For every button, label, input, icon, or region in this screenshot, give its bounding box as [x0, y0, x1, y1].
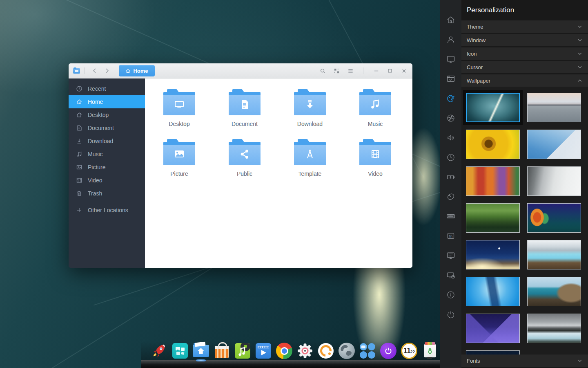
- music-icon: [76, 151, 82, 157]
- close-icon[interactable]: [399, 66, 409, 76]
- wallpaper-thumb-sunflower[interactable]: [466, 130, 520, 159]
- folder-public[interactable]: Public: [220, 139, 269, 189]
- sound-icon[interactable]: [441, 128, 461, 148]
- power-icon[interactable]: [441, 167, 461, 187]
- home-icon[interactable]: [441, 10, 461, 30]
- dock-item-clock[interactable]: 1122: [401, 342, 418, 359]
- sidebar-item-download[interactable]: Download: [69, 135, 145, 148]
- wallpaper-thumb-marlin-underwater[interactable]: [466, 277, 520, 306]
- accounts-icon[interactable]: [441, 30, 461, 49]
- wallpaper-thumb-building-sky[interactable]: [527, 130, 581, 159]
- dock-item-shutdown[interactable]: [380, 342, 397, 359]
- wallpaper-thumb-forest-pond[interactable]: [466, 203, 520, 233]
- minimize-icon[interactable]: [371, 66, 381, 76]
- folder-icon: [163, 139, 195, 165]
- sidebar-item-video[interactable]: Video: [69, 174, 145, 187]
- dock-item-multitasking[interactable]: [172, 342, 189, 359]
- section-label: Icon: [467, 51, 477, 57]
- picture-glyph-icon: [173, 148, 185, 162]
- section-theme[interactable]: Theme: [461, 20, 588, 33]
- forward-icon[interactable]: [101, 66, 113, 76]
- dock-item-remote-assist[interactable]: [359, 342, 376, 359]
- dock-item-app-store[interactable]: [213, 342, 230, 359]
- system-info-icon[interactable]: [441, 285, 461, 305]
- divider: [84, 67, 85, 74]
- folder-video[interactable]: Video: [351, 139, 400, 189]
- gear-glyph-icon: [297, 343, 313, 359]
- wallpaper-thumb-polygon-mountains[interactable]: [466, 314, 520, 343]
- sidebar-item-label: Download: [88, 138, 113, 144]
- dock-item-file-manager[interactable]: [192, 342, 209, 359]
- settings-sections: ThemeWindowIconCursorWallpaper: [461, 20, 588, 88]
- dock-item-launcher[interactable]: [151, 342, 168, 359]
- dock-item-trash[interactable]: [421, 342, 439, 359]
- folder-icon: [359, 89, 391, 115]
- folder-picture[interactable]: Picture: [155, 139, 204, 189]
- app-grid-glyph-icon: [359, 343, 376, 359]
- chevron-down-icon: [577, 24, 583, 29]
- desktop-icon: [76, 112, 82, 118]
- tab-home[interactable]: Home: [119, 65, 155, 76]
- wallpaper-thumb-foggy-waterfall[interactable]: [527, 166, 581, 196]
- sidebar-item-recent[interactable]: Recent: [69, 82, 145, 95]
- sidebar-item-home[interactable]: Home: [69, 95, 145, 108]
- boot-menu-icon[interactable]: [441, 246, 461, 265]
- update-icon[interactable]: [441, 265, 461, 285]
- shortcuts-icon[interactable]: fn: [441, 226, 461, 246]
- plus-icon: [76, 207, 82, 213]
- dock-item-music[interactable]: [234, 342, 251, 359]
- section-wallpaper[interactable]: Wallpaper: [461, 74, 588, 87]
- search-icon[interactable]: [317, 66, 328, 76]
- personalization-icon[interactable]: [441, 89, 461, 108]
- titlebar[interactable]: Home: [69, 63, 412, 79]
- wallpaper-thumb-stormy-glacier[interactable]: [527, 314, 581, 343]
- chevron-up-icon: [577, 78, 583, 83]
- wallpaper-thumb-autumn-trees-dark[interactable]: [527, 203, 581, 233]
- folder-icon: [294, 139, 326, 165]
- back-icon[interactable]: [89, 66, 101, 76]
- wallpaper-thumb-rocky-coast[interactable]: [527, 277, 581, 306]
- folder-music[interactable]: Music: [351, 89, 400, 139]
- mouse-icon[interactable]: [441, 187, 461, 206]
- folder-download[interactable]: Download: [285, 89, 334, 139]
- sidebar-item-label: Video: [88, 177, 102, 184]
- share-glyph-icon: [238, 148, 251, 162]
- network-icon[interactable]: [441, 108, 461, 128]
- wallpaper-thumb-glacier-wall[interactable]: [527, 240, 581, 269]
- wallpaper-thumb-cliff-village-night[interactable]: [466, 240, 520, 269]
- menu-icon[interactable]: [345, 66, 356, 76]
- datetime-icon[interactable]: [441, 148, 461, 167]
- sidebar-item-document[interactable]: Document: [69, 121, 145, 135]
- section-cursor[interactable]: Cursor: [461, 61, 588, 73]
- dock-item-chrome[interactable]: [276, 342, 293, 359]
- default-apps-icon[interactable]: [441, 69, 461, 89]
- section-window[interactable]: Window: [461, 34, 588, 46]
- dock-item-browser[interactable]: [338, 342, 355, 359]
- section-fonts[interactable]: Fonts: [461, 355, 588, 367]
- folder-document[interactable]: Document: [220, 89, 269, 139]
- file-manager-sidebar: RecentHomeDesktopDocumentDownloadMusicPi…: [69, 79, 145, 268]
- wallpaper-thumb-colorful-village-night[interactable]: [466, 166, 520, 196]
- folder-desktop[interactable]: Desktop: [155, 89, 204, 139]
- keyboard-icon[interactable]: [441, 206, 461, 226]
- maximize-icon[interactable]: [385, 66, 395, 76]
- clock-glyph-icon: 1122: [401, 343, 417, 359]
- sidebar-item-trash[interactable]: Trash: [69, 187, 145, 200]
- display-icon[interactable]: [441, 49, 461, 69]
- sidebar-item-picture[interactable]: Picture: [69, 161, 145, 174]
- wallpaper-thumb-teal-feather[interactable]: [466, 93, 520, 122]
- sidebar-item-desktop[interactable]: Desktop: [69, 108, 145, 121]
- icon-view-icon[interactable]: [331, 66, 342, 76]
- shutdown-icon[interactable]: [441, 305, 461, 324]
- folder-template[interactable]: Template: [285, 139, 334, 189]
- dock-item-movies[interactable]: [255, 342, 272, 359]
- dock-item-control-center[interactable]: [296, 342, 314, 359]
- active-app-indicator: [196, 359, 206, 361]
- wallpaper-thumb-bridge-dusk[interactable]: [527, 93, 581, 122]
- sidebar-item-label: Trash: [88, 190, 102, 197]
- folder-grid: Desktop Document Download Music Picture …: [155, 89, 412, 189]
- sidebar-item-music[interactable]: Music: [69, 148, 145, 161]
- dock-item-feedback[interactable]: [317, 342, 334, 359]
- section-icon[interactable]: Icon: [461, 47, 588, 60]
- sidebar-item-other-locations[interactable]: Other Locations: [69, 204, 145, 217]
